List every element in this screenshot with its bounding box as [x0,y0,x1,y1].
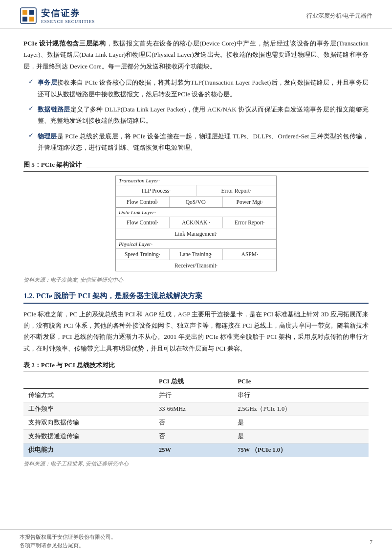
table-row: 支持双向数据传输否是 [23,416,369,430]
datalink-layer-header: Data Link Layer· [116,208,276,217]
flow-control-cell-d: Flow Control· [116,217,170,228]
error-report-cell-t: Error Report· [196,185,277,196]
figure-source: 资料来源：电子发烧友, 安信证券研究中心 [23,276,369,284]
section2-title: 1.2. PCIe 脱胎于 PCI 架构，是服务器主流总线解决方案 [23,292,202,300]
logo-cn: 安信证券 [41,7,95,19]
bullet-item-2: ✓ 数据链路层定义了多种 DLLP(Data Link Layer Packet… [28,104,369,127]
physical-row1: Speed Training· Lane Training· ASPM· [116,249,276,260]
table-row: 工作频率33-66MHz2.5GHz（PCIe 1.0） [23,402,369,416]
cell-pcie: 是 [233,416,369,430]
datalink-row1: Flow Control· ACK/NAK · Error Report· [116,217,276,228]
datalink-layer: Data Link Layer· Flow Control· ACK/NAK ·… [116,208,276,240]
svg-rect-1 [22,10,27,15]
power-mgt-cell: Power Mgt· [223,197,276,207]
table-title: 表 2：PCIe 与 PCI 总线技术对比 [23,361,369,372]
bullet-content-1: 事务层接收来自 PCIe 设备核心层的数据，将其封装为TLP(Transacti… [38,77,369,100]
qos-vc-cell: QoS/VC· [170,197,223,207]
footer-line2: 各项声明请参见报告尾页。 [20,542,116,550]
datalink-row2: Link Management· [116,228,276,239]
footer-line1: 本报告版权属于安信证券股份有限公司。 [20,533,116,542]
link-management-cell: Link Management· [116,228,276,239]
check-icon-2: ✓ [28,105,34,112]
col-header-pci: PCI 总线 [154,375,233,389]
cell-label: 传输方式 [23,389,154,402]
physical-row2: Receiver/Transmit· [116,260,276,271]
footer-page: 7 [370,539,373,545]
transaction-row1: TLP Process· Error Report· [116,185,276,197]
cell-pci: 否 [154,416,233,430]
figure-title: 图 5：PCIe 架构设计 [23,160,369,172]
cell-label: 工作频率 [23,402,154,416]
table-row: 支持数据通道传输否是 [23,430,369,443]
tlp-process-cell: TLP Process· [116,185,196,196]
ack-nak-cell: ACK/NAK · [170,217,223,228]
svg-rect-3 [22,17,27,22]
table-header-row: PCI 总线 PCIe [23,375,369,389]
cell-pcie: 串行 [233,389,369,402]
bullet-item-3: ✓ 物理层是 PCIe 总线的最底层，将 PCIe 设备连接在一起，物理层处理 … [28,131,369,154]
cell-label: 支持双向数据传输 [23,416,154,430]
transaction-layer-header: Transaction Layer· [116,176,276,185]
page: 安信证券 ESSENCE SECURITIES 行业深度分析/电子元器件 PCI… [0,0,392,554]
transaction-layer: Transaction Layer· TLP Process· Error Re… [116,176,276,208]
col-header-pcie: PCIe [233,375,369,389]
logo-en: ESSENCE SECURITIES [41,19,95,24]
lane-training-cell: Lane Training· [170,249,223,260]
bullet-label-1: 事务层 [38,79,57,86]
footer-left: 本报告版权属于安信证券股份有限公司。 各项声明请参见报告尾页。 [20,533,116,550]
pcie-bold: PCIe 设计规范包含三层架构 [23,40,106,47]
table-source: 资料来源：电子工程世界, 安信证券研究中心 [23,460,369,467]
comparison-table: PCI 总线 PCIe 传输方式并行串行工作频率33-66MHz2.5GHz（P… [23,375,369,457]
section2-para: PCIe 标准之前，PC 上的系统总线由 PCI 和 AGP 组成，AGP 主要… [23,309,369,355]
speed-training-cell: Speed Training· [116,249,170,260]
main-content: PCIe 设计规范包含三层架构，数据报文首先在设备的核心层(Device Cor… [0,29,392,484]
cell-label: 供电能力 [23,443,154,457]
cell-label: 支持数据通道传输 [23,430,154,443]
header: 安信证券 ESSENCE SECURITIES 行业深度分析/电子元器件 [0,0,392,29]
industry-label: 行业深度分析/电子元器件 [306,12,372,20]
bullet-content-3: 物理层是 PCIe 总线的最底层，将 PCIe 设备连接在一起，物理层处理 TL… [38,131,369,154]
col-header-label [23,375,154,389]
cell-pci: 否 [154,430,233,443]
svg-rect-2 [29,10,34,15]
physical-layer-header: Physical Layer· [116,240,276,249]
bullet-label-2: 数据链路层 [38,106,70,113]
receiver-transmit-cell: Receiver/Transmit· [116,260,276,271]
logo-icon [20,7,37,24]
cell-pcie: 2.5GHz（PCIe 1.0） [233,402,369,416]
svg-rect-4 [29,17,34,22]
pcie-diagram: Transaction Layer· TLP Process· Error Re… [115,176,277,271]
cell-pci: 25W [154,443,233,457]
logo-area: 安信证券 ESSENCE SECURITIES [20,7,95,24]
bullet-list: ✓ 事务层接收来自 PCIe 设备核心层的数据，将其封装为TLP(Transac… [28,77,369,153]
error-report-cell-d: Error Report· [223,217,276,228]
intro-para: PCIe 设计规范包含三层架构，数据报文首先在设备的核心层(Device Cor… [23,38,369,72]
table-row: 供电能力25W75W （PCIe 1.0） [23,443,369,457]
bullet-content-2: 数据链路层定义了多种 DLLP(Data Link Layer Packet)，… [38,104,369,127]
aspm-cell: ASPM· [223,249,276,260]
flow-control-cell-t: Flow Control· [116,197,170,207]
logo-text: 安信证券 ESSENCE SECURITIES [41,7,95,24]
footer: 本报告版权属于安信证券股份有限公司。 各项声明请参见报告尾页。 7 [0,529,392,554]
cell-pci: 并行 [154,389,233,402]
transaction-row2: Flow Control· QoS/VC· Power Mgt· [116,197,276,207]
bullet-label-3: 物理层 [38,133,57,140]
check-icon-1: ✓ [28,78,34,86]
bullet-item-1: ✓ 事务层接收来自 PCIe 设备核心层的数据，将其封装为TLP(Transac… [28,77,369,100]
section2-header: 1.2. PCIe 脱胎于 PCI 架构，是服务器主流总线解决方案 [23,291,369,304]
figure-title-line [87,168,369,168]
check-icon-3: ✓ [28,132,34,139]
table-row: 传输方式并行串行 [23,389,369,402]
cell-pci: 33-66MHz [154,402,233,416]
physical-layer: Physical Layer· Speed Training· Lane Tra… [116,240,276,271]
cell-pcie: 75W （PCIe 1.0） [233,443,369,457]
table-title-text: 表 2：PCIe 与 PCI 总线技术对比 [23,361,115,369]
figure-title-text: 图 5：PCIe 架构设计 [23,160,82,169]
cell-pcie: 是 [233,430,369,443]
